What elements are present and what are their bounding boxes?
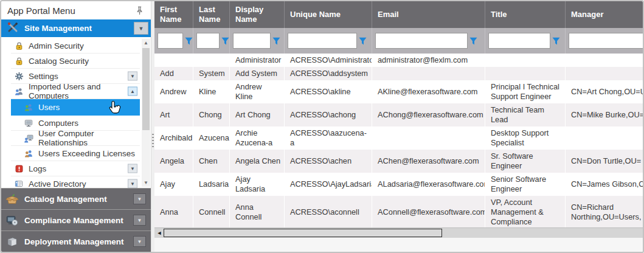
chevron-down-icon[interactable]: ▼ [128,164,137,173]
chevron-down-icon[interactable]: ▼ [133,215,146,226]
table-filter-row [154,28,643,54]
table-row[interactable]: ArchibaldAzucenaArchie Azucena-aACRESSO\… [154,126,643,150]
users-icon [23,103,34,113]
filter-funnel-icon[interactable] [185,37,193,45]
scroll-up-icon[interactable]: ▲ [142,39,150,47]
pin-icon[interactable] [134,5,145,16]
sidebar-item-active-directory[interactable]: Active Directory▼ [11,176,140,188]
cell-first-name: Anna [154,196,193,229]
column-header-last-name[interactable]: Last Name [193,1,230,28]
scroll-down-icon[interactable]: ▼ [142,179,150,187]
cell-title: Principal I Technical Support Engineer [485,80,566,103]
scroll-left-icon[interactable]: ◄ [156,229,163,237]
filter-input-first-name[interactable] [158,33,183,49]
cell-email [372,126,485,150]
cell-first-name [154,54,193,67]
cell-email: administrator@flexlm.com [372,54,485,67]
column-header-unique-name[interactable]: Unique Name [285,1,372,28]
cell-unique-name: ACRESSO\aconnell [285,196,372,229]
cell-unique-name: ACRESSO\achong [285,103,372,126]
column-header-first-name[interactable]: First Name [154,1,193,28]
sidebar-group-catalog-management[interactable]: Catalog Management▼ [1,188,151,209]
cell-display-name: Andrew Kline [230,80,285,103]
compliance-icon [5,213,19,227]
hscrollbar-thumb[interactable] [164,229,442,237]
sidebar-item-imported-users-and-computers[interactable]: Imported Users and Computers▲ [11,84,140,99]
sidebar-scrollbar[interactable]: ▲ ▼ [142,39,150,187]
table-row[interactable]: AddSystemAdd SystemACRESSO\addsystem [154,67,643,80]
filter-input-title[interactable] [488,33,550,49]
sidebar-item-label: Catalog Security [29,57,89,66]
table-row[interactable]: AdministratorACRESSO\Administratoradmini… [154,54,643,67]
user-computer-icon [23,133,34,143]
filter-funnel-icon[interactable] [221,37,229,45]
deployment-icon [5,235,19,248]
table-row[interactable]: ArtChongArt ChongACRESSO\achongAChong@fl… [154,103,643,126]
cell-first-name: Archibald [154,126,193,150]
column-header-manager[interactable]: Manager [566,1,644,28]
filter-funnel-icon[interactable] [272,37,280,45]
table-row[interactable]: AnnaConnellAnna ConnellACRESSO\aconnellA… [154,196,643,229]
sidebar-item-label: Users [38,103,60,112]
cell-first-name: Angela [154,150,193,173]
users-exceed-icon [23,148,34,158]
table-row[interactable]: AngelaChenAngela ChenACRESSO\achenAChen@… [154,150,643,173]
sidebar-group-label: Compliance Management [24,216,133,225]
column-header-display-name[interactable]: Display Name [230,1,285,28]
chevron-down-icon[interactable]: ▼ [128,179,137,189]
column-header-email[interactable]: Email [372,1,485,28]
filter-input-last-name[interactable] [196,33,220,49]
sidebar-group-compliance-management[interactable]: Compliance Management▼ [1,209,151,230]
filter-input-display-name[interactable] [233,33,271,49]
sidebar-item-users-exceeding-licenses[interactable]: Users Exceeding Licenses [11,146,140,161]
sidebar-group-deployment-management[interactable]: Deployment Management▼ [1,230,151,252]
sidebar-item-label: Computers [38,119,78,128]
cell-manager: CN=Art Chong,OU=U [566,80,643,103]
chevron-down-icon[interactable]: ▼ [133,236,146,247]
sidebar-group-label: Catalog Management [24,195,133,204]
lock-icon [13,41,24,50]
chevron-down-icon[interactable]: ▼ [134,22,148,35]
cell-manager [566,54,643,67]
filter-cell-last-name [193,28,230,54]
cell-unique-name: ACRESSO\Administrator [285,54,372,67]
cell-last-name: Ladsaria [193,173,230,196]
cell-title: Senior Software Engineer [485,173,566,196]
cell-manager [566,126,643,150]
filter-funnel-icon[interactable] [469,37,477,45]
horizontal-scrollbar[interactable]: ◄ [154,227,643,238]
chevron-up-icon[interactable]: ▲ [128,87,137,96]
cell-first-name: Andrew [154,80,193,103]
cell-manager [566,67,643,80]
filter-funnel-icon[interactable] [359,37,367,45]
lock-icon [13,56,24,66]
chevron-down-icon[interactable]: ▼ [128,72,137,81]
cell-unique-name: ACRESSO\akline [285,80,372,103]
sidebar-item-user-computer-relationships[interactable]: User Computer Relationships [11,131,140,146]
sidebar-item-label: Settings [29,72,58,81]
cell-email: AConnell@flexerasoftware.com [372,196,485,229]
filter-input-unique-name[interactable] [288,33,357,49]
cell-last-name: Azucena [193,126,230,150]
chevron-down-icon[interactable]: ▼ [133,193,146,204]
users-group-icon [13,86,24,96]
sidebar-item-admin-security[interactable]: Admin Security [11,38,140,54]
cell-last-name: Chong [193,103,230,126]
column-header-title[interactable]: Title [485,1,566,28]
filter-funnel-icon[interactable] [552,37,560,45]
sidebar-item-logs[interactable]: Logs▼ [11,161,140,176]
cell-email: ALadsaria@flexerasoftware.com [372,173,485,196]
sidebar-group-label: Site Management [24,24,134,33]
scrollbar-thumb[interactable] [142,48,150,130]
filter-input-email[interactable] [375,33,468,49]
sidebar-title: App Portal Menu [7,5,134,16]
cell-last-name: System [193,67,230,80]
table-row[interactable]: AjayLadsariaAjay LadsariaACRESSO\AjayLad… [154,173,643,196]
filter-input-manager[interactable] [569,33,644,49]
sidebar-item-catalog-security[interactable]: Catalog Security [11,54,140,69]
cell-manager: CN=Don Turtle,OU= [566,150,643,173]
sidebar-group-site-management[interactable]: Site Management ▼ [1,19,151,37]
sidebar-item-users[interactable]: Users [11,99,140,116]
table-row[interactable]: AndrewKlineAndrew KlineACRESSO\aklineAKl… [154,80,643,103]
cell-email: AChen@flexerasoftware.com [372,150,485,173]
